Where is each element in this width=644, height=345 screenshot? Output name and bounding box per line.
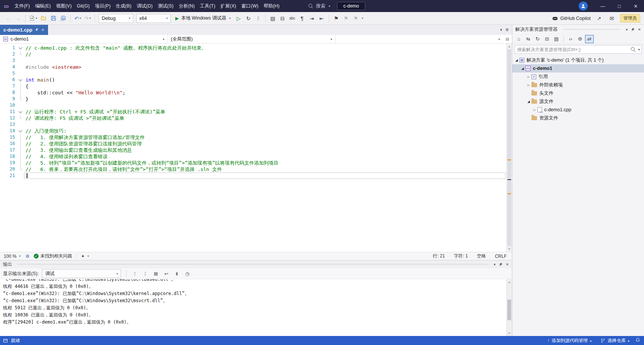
tree-expander-icon[interactable]: ◢ <box>514 58 519 62</box>
tree-item[interactable]: ◢++c-demo1 <box>512 64 644 73</box>
code-line[interactable]: 6int main() <box>0 77 506 83</box>
navigate-back-icon[interactable]: ← <box>4 14 13 23</box>
fold-marker-icon[interactable] <box>17 128 24 134</box>
eol-indicator[interactable]: CRLF <box>491 254 511 259</box>
scroll-down-icon[interactable]: ▼ <box>507 246 512 252</box>
start-without-debugging-icon[interactable]: ▷ <box>234 14 243 23</box>
menu-item[interactable]: 视图(V) <box>53 2 74 11</box>
tree-expander-icon[interactable]: ▷ <box>526 83 531 87</box>
close-panel-icon[interactable]: ✕ <box>638 27 641 32</box>
output-lines[interactable]: “c-demo1.exe”(Win32): 已加载“C:\Windows\Sys… <box>0 279 506 336</box>
code-line[interactable]: 13 <box>0 121 506 128</box>
minimize-button[interactable]: — <box>594 0 611 12</box>
panel-drag-grip[interactable] <box>563 29 621 30</box>
share-icon[interactable]: ↗ <box>594 14 603 23</box>
output-panel-header[interactable]: 输出 ▾ ✕ <box>0 260 512 268</box>
code-line[interactable]: 14// 入门使用技巧: <box>0 128 506 134</box>
search-box[interactable]: 搜索 ▾ <box>305 2 334 11</box>
zoom-dropdown[interactable]: 100 % ▾ <box>1 254 24 259</box>
chevron-down-icon[interactable]: ▾ <box>638 48 640 51</box>
close-tab-icon[interactable]: ✕ <box>41 28 44 32</box>
panel-options-chevron-icon[interactable]: ▾ <box>494 262 496 266</box>
toggle-bookmark-icon[interactable]: ⚑ <box>332 14 341 23</box>
scroll-down-icon[interactable]: ▼ <box>507 330 512 336</box>
timestamp-icon[interactable]: ◷ <box>183 269 191 278</box>
solution-name-chip[interactable]: c-demo <box>337 2 366 10</box>
search-icon[interactable] <box>631 47 636 52</box>
code-line[interactable]: 8 std::cout << "Hello World!\n"; <box>0 89 506 96</box>
window-settings-icon[interactable]: ⚙ <box>505 27 509 32</box>
tree-item[interactable]: 资源文件 <box>512 114 644 122</box>
fold-marker-icon[interactable] <box>17 45 24 51</box>
fold-marker-icon[interactable] <box>17 109 24 115</box>
code-line[interactable]: 19// 5. 转到“项目”>“添加新项”以创建新的代码文件，或转到“项目”>“… <box>0 160 506 166</box>
menu-item[interactable]: 文件(F) <box>12 2 33 11</box>
output-source-dropdown[interactable]: 调试 ▾ <box>42 269 121 278</box>
code-line[interactable]: 20// 6. 将来，若要再次打开此项目，请转到“文件”>“打开”>“项目”并选… <box>0 166 506 172</box>
formatting-marks-icon[interactable]: ¶ <box>298 14 307 23</box>
send-feedback-icon[interactable]: ✉ <box>607 14 616 23</box>
code-line[interactable]: 4#include <iostream> <box>0 64 506 70</box>
previous-message-icon[interactable]: ↥ <box>131 269 139 278</box>
panel-options-chevron-icon[interactable]: ▾ <box>626 27 628 32</box>
spell-check-icon[interactable]: abc <box>288 14 297 23</box>
solution-tree[interactable]: ◢解决方案 'c-demo' (1 个项目, 共 1 个)◢++c-demo1▷… <box>512 56 644 336</box>
code-line[interactable]: 17// 3. 使用输出窗口查看生成输出和其他消息 <box>0 147 506 153</box>
solution-search-input[interactable] <box>515 45 642 54</box>
tree-expander-icon[interactable]: ▷ <box>526 75 531 79</box>
add-to-source-control-button[interactable]: ↑ 添加到源代码管理 ▴ <box>544 337 594 344</box>
close-panel-icon[interactable]: ✕ <box>506 262 509 266</box>
maximize-button[interactable]: □ <box>611 0 627 12</box>
pin-panel-icon[interactable] <box>499 262 503 266</box>
code-line[interactable]: 10 <box>0 102 506 109</box>
tree-expander-icon[interactable]: ◢ <box>520 67 525 70</box>
fold-marker-icon[interactable] <box>17 77 24 83</box>
member-dropdown[interactable]: ▾ <box>336 35 503 43</box>
code-line[interactable]: 7{ <box>0 83 506 89</box>
solution-configuration-dropdown[interactable]: Debug ▾ <box>99 14 133 23</box>
code-line[interactable]: 11// 运行程序: Ctrl + F5 或调试 >“开始执行(不调试)”菜单 <box>0 109 506 115</box>
undo-button[interactable]: ↶▾ <box>73 14 82 23</box>
output-scrollbar-track[interactable] <box>507 285 512 330</box>
scroll-up-icon[interactable]: ▲ <box>507 279 512 285</box>
project-dropdown[interactable]: ++ c-demo1 ▾ <box>0 35 168 43</box>
navigate-forward-icon[interactable]: → <box>14 14 23 23</box>
menu-item[interactable]: 工具(T) <box>197 2 218 11</box>
show-all-files-icon[interactable]: ▤ <box>552 35 561 43</box>
redo-button[interactable]: ↷▾ <box>83 14 92 23</box>
code-line[interactable]: 12// 调试程序: F5 或调试 >“开始调试”菜单 <box>0 115 506 121</box>
code-line[interactable]: 18// 4. 使用错误列表窗口查看错误 <box>0 153 506 160</box>
indent-icon[interactable]: ⇥ <box>307 14 316 23</box>
code-line[interactable]: 5 <box>0 70 506 77</box>
home-icon[interactable]: ⌂ <box>515 35 523 43</box>
tree-expander-icon[interactable]: ▷ <box>532 108 537 112</box>
code-line[interactable]: 16// 2. 使用团队资源管理器窗口连接到源代码管理 <box>0 141 506 147</box>
menu-item[interactable]: 扩展(X) <box>218 2 239 11</box>
column-indicator[interactable]: 字符: 1 <box>449 253 472 259</box>
scope-dropdown[interactable]: (全局范围) ▾ <box>168 35 336 43</box>
toggle-word-wrap-icon[interactable]: ↩ <box>162 269 170 278</box>
properties-icon[interactable]: ⚙ <box>576 35 584 43</box>
editor-options-icon[interactable]: ⚙ <box>24 254 32 259</box>
clear-all-output-icon[interactable]: ⊠ <box>152 269 160 278</box>
code-cleanup-icon[interactable]: ✦ <box>79 254 87 259</box>
editor-scrollbar-thumb[interactable] <box>507 49 511 246</box>
break-all-icon[interactable]: ‖ <box>254 14 263 23</box>
save-button[interactable] <box>49 14 58 23</box>
github-copilot-button[interactable]: GitHub Copilot <box>552 15 591 21</box>
code-line[interactable]: 21 <box>0 172 506 179</box>
start-debugging-button[interactable]: ▶ 本地 Windows 调试器 ▾ <box>173 14 233 23</box>
toggle-autoscroll-icon[interactable]: ⇟ <box>173 269 181 278</box>
tree-item[interactable]: ▷外部依赖项 <box>512 81 644 89</box>
code-editor[interactable]: 1// c-demo1.cpp : 此文件包含 "main" 函数。程序执行将在… <box>0 44 512 252</box>
menu-item[interactable]: 测试(S) <box>155 2 176 11</box>
next-bookmark-icon[interactable]: ⚑ <box>351 14 360 23</box>
split-window-icon[interactable]: ⊟ <box>278 14 287 23</box>
line-indicator[interactable]: 行: 21 <box>428 253 449 259</box>
editor-scrollbar-track[interactable] <box>507 49 512 246</box>
menu-item[interactable]: 调试(D) <box>134 2 155 11</box>
solution-platform-dropdown[interactable]: x64 ▾ <box>136 14 171 23</box>
solution-explorer-header[interactable]: 解决方案资源管理器 ▾ ✕ <box>512 25 644 34</box>
indentation-indicator[interactable]: 空格 <box>472 253 491 259</box>
panel-drag-grip[interactable] <box>17 263 489 265</box>
